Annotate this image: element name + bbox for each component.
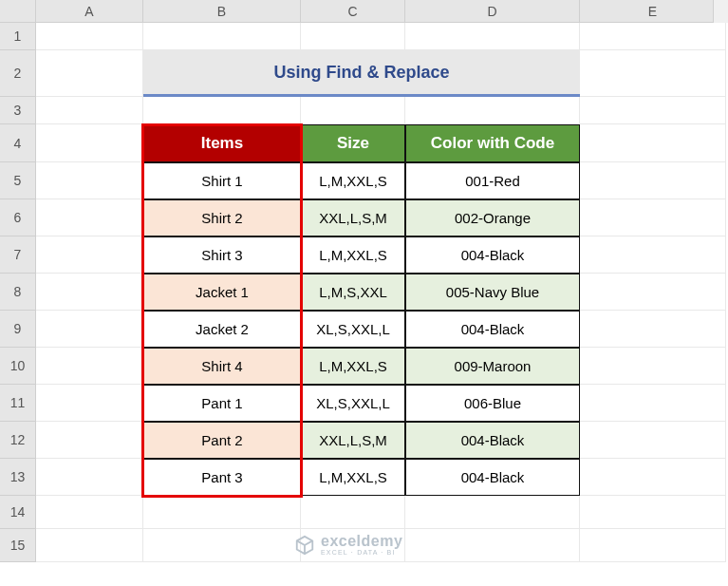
cell-item-6[interactable]: Pant 1: [143, 385, 301, 422]
row-header-5[interactable]: 5: [0, 162, 36, 199]
cell-a10[interactable]: [36, 348, 143, 385]
row-header-1[interactable]: 1: [0, 23, 36, 50]
row-header-2[interactable]: 2: [0, 50, 36, 97]
cell-b1[interactable]: [143, 23, 301, 50]
cell-a13[interactable]: [36, 459, 143, 496]
cell-size-7[interactable]: XXL,L,S,M: [301, 422, 405, 459]
cell-a15[interactable]: [36, 529, 143, 562]
cell-a14[interactable]: [36, 496, 143, 529]
cell-a12[interactable]: [36, 422, 143, 459]
col-header-a[interactable]: A: [36, 0, 143, 23]
cell-e3[interactable]: [580, 97, 726, 124]
cell-d3[interactable]: [405, 97, 580, 124]
cell-a5[interactable]: [36, 162, 143, 199]
col-header-d[interactable]: D: [405, 0, 580, 23]
cell-e11[interactable]: [580, 385, 726, 422]
cell-color-5[interactable]: 009-Maroon: [405, 348, 580, 385]
cell-b3[interactable]: [143, 97, 301, 124]
row-header-11[interactable]: 11: [0, 385, 36, 422]
row-header-13[interactable]: 13: [0, 459, 36, 496]
cell-a6[interactable]: [36, 199, 143, 236]
cell-e13[interactable]: [580, 459, 726, 496]
cell-item-4[interactable]: Jacket 2: [143, 311, 301, 348]
cell-color-8[interactable]: 004-Black: [405, 459, 580, 496]
row-header-6[interactable]: 6: [0, 199, 36, 236]
cell-a3[interactable]: [36, 97, 143, 124]
cell-a4[interactable]: [36, 124, 143, 162]
cell-size-2[interactable]: L,M,XXL,S: [301, 236, 405, 274]
cell-a9[interactable]: [36, 311, 143, 348]
cell-size-6[interactable]: XL,S,XXL,L: [301, 385, 405, 422]
cell-color-6[interactable]: 006-Blue: [405, 385, 580, 422]
cell-c14[interactable]: [301, 496, 405, 529]
cell-color-4[interactable]: 004-Black: [405, 311, 580, 348]
cell-size-8[interactable]: L,M,XXL,S: [301, 459, 405, 496]
cell-e2[interactable]: [580, 50, 726, 97]
cell-size-1[interactable]: XXL,L,S,M: [301, 199, 405, 236]
logo-icon: [294, 535, 315, 556]
cell-e9[interactable]: [580, 311, 726, 348]
cell-d15[interactable]: [405, 529, 580, 562]
cell-a8[interactable]: [36, 274, 143, 311]
cell-item-1[interactable]: Shirt 2: [143, 199, 301, 236]
title-cell[interactable]: Using Find & Replace: [143, 50, 580, 97]
cell-e8[interactable]: [580, 274, 726, 311]
cell-item-2[interactable]: Shirt 3: [143, 236, 301, 274]
cell-b14[interactable]: [143, 496, 301, 529]
cell-d1[interactable]: [405, 23, 580, 50]
header-items[interactable]: Items: [143, 124, 301, 162]
row-header-8[interactable]: 8: [0, 274, 36, 311]
row-header-7[interactable]: 7: [0, 236, 36, 274]
cell-size-0[interactable]: L,M,XXL,S: [301, 162, 405, 199]
watermark-main: exceldemy: [321, 534, 402, 549]
row-header-10[interactable]: 10: [0, 348, 36, 385]
cell-e14[interactable]: [580, 496, 726, 529]
cell-color-2[interactable]: 004-Black: [405, 236, 580, 274]
cell-item-7[interactable]: Pant 2: [143, 422, 301, 459]
cell-e12[interactable]: [580, 422, 726, 459]
cell-e7[interactable]: [580, 236, 726, 274]
cell-item-5[interactable]: Shirt 4: [143, 348, 301, 385]
row-header-14[interactable]: 14: [0, 496, 36, 529]
col-header-c[interactable]: C: [301, 0, 405, 23]
cell-e15[interactable]: [580, 529, 726, 562]
cell-c3[interactable]: [301, 97, 405, 124]
header-color[interactable]: Color with Code: [405, 124, 580, 162]
spreadsheet-grid: A B C D E 1 2 Using Find & Replace 3 4 I…: [0, 0, 728, 562]
cell-size-3[interactable]: L,M,S,XXL: [301, 274, 405, 311]
cell-color-1[interactable]: 002-Orange: [405, 199, 580, 236]
cell-a1[interactable]: [36, 23, 143, 50]
cell-e4[interactable]: [580, 124, 726, 162]
cell-item-8[interactable]: Pant 3: [143, 459, 301, 496]
cell-d14[interactable]: [405, 496, 580, 529]
cell-item-0[interactable]: Shirt 1: [143, 162, 301, 199]
row-header-9[interactable]: 9: [0, 311, 36, 348]
cell-e5[interactable]: [580, 162, 726, 199]
cell-a2[interactable]: [36, 50, 143, 97]
cell-color-7[interactable]: 004-Black: [405, 422, 580, 459]
cell-color-3[interactable]: 005-Navy Blue: [405, 274, 580, 311]
col-header-e[interactable]: E: [580, 0, 726, 23]
cell-size-5[interactable]: L,M,XXL,S: [301, 348, 405, 385]
cell-e10[interactable]: [580, 348, 726, 385]
cell-b15[interactable]: [143, 529, 301, 562]
cell-e1[interactable]: [580, 23, 726, 50]
row-header-4[interactable]: 4: [0, 124, 36, 162]
cell-a7[interactable]: [36, 236, 143, 274]
cell-size-4[interactable]: XL,S,XXL,L: [301, 311, 405, 348]
cell-e6[interactable]: [580, 199, 726, 236]
header-size[interactable]: Size: [301, 124, 405, 162]
watermark-sub: EXCEL · DATA · BI: [321, 549, 402, 556]
row-header-15[interactable]: 15: [0, 529, 36, 562]
cell-color-0[interactable]: 001-Red: [405, 162, 580, 199]
row-header-3[interactable]: 3: [0, 97, 36, 124]
col-header-b[interactable]: B: [143, 0, 301, 23]
scroll-up-region[interactable]: [713, 0, 728, 23]
cell-item-3[interactable]: Jacket 1: [143, 274, 301, 311]
cell-c1[interactable]: [301, 23, 405, 50]
select-all-corner[interactable]: [0, 0, 36, 23]
watermark: exceldemy EXCEL · DATA · BI: [294, 534, 402, 556]
row-header-12[interactable]: 12: [0, 422, 36, 459]
cell-a11[interactable]: [36, 385, 143, 422]
